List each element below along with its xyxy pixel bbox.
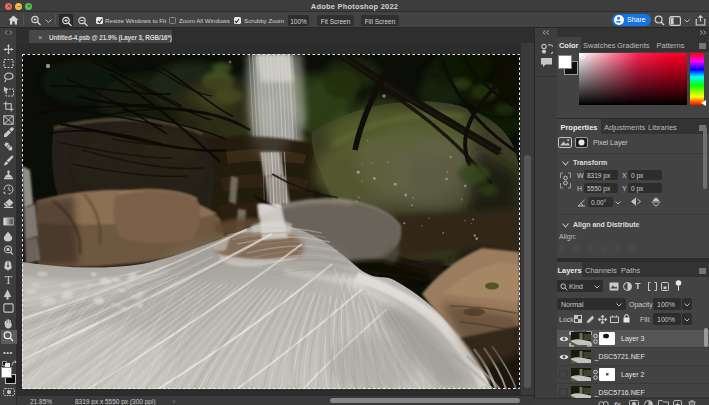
svg-text:T: T	[5, 274, 13, 285]
